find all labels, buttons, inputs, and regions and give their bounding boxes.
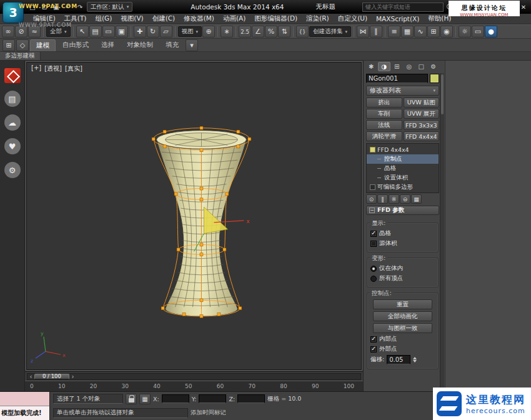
command-panel-scrollbar[interactable] [440,73,444,391]
spinner-snap-icon[interactable]: ⇅ [278,26,290,38]
ribbon-tool-b-icon[interactable]: ◇ [16,39,29,51]
all-vertices-radio[interactable] [370,276,377,282]
viewport-canvas[interactable]: x x y z [27,62,361,369]
select-and-move-icon[interactable]: ✚ [134,26,146,38]
inside-points-checkbox[interactable] [370,336,377,342]
lightbulb-icon[interactable] [370,147,375,152]
align-icon[interactable]: ∥ [370,26,382,38]
heart-icon[interactable]: ♥ [4,138,21,154]
window-crossing-icon[interactable]: ▣ [116,26,128,38]
lock-selection-icon[interactable] [126,394,137,404]
viewport-menu-pov[interactable]: [透视] [44,64,62,73]
menu-animation[interactable]: 动画(A) [219,14,250,23]
reference-coordinate-dropdown[interactable]: 视图 ▾ [178,26,202,37]
menu-modifiers[interactable]: 修改器(M) [179,14,219,23]
search-input[interactable] [362,2,444,12]
use-pivot-center-icon[interactable]: ⊕ [202,26,215,38]
tab-display-icon[interactable]: □ [415,62,427,71]
tab-utilities-icon[interactable]: ⚙ [428,62,440,71]
time-slider-track[interactable]: ‹ 0 / 100 › [27,373,361,380]
only-in-volume-radio[interactable] [370,266,377,272]
selection-region-icon[interactable]: ▭ [102,26,115,38]
tab-motion-icon[interactable]: ◎ [404,62,415,71]
turbosmooth-button[interactable]: 涡轮平滑 [366,131,402,141]
modifier-list-dropdown[interactable]: 修改器列表 ▾ [366,86,439,96]
show-end-result-icon[interactable]: ‖ [377,194,388,204]
tab-hierarchy-icon[interactable]: ⊞ [391,62,403,71]
menu-rendering[interactable]: 渲染(R) [302,14,334,23]
stack-item-ffd4x4x4[interactable]: FFD 4x4x4 [367,145,439,154]
document-icon[interactable]: ▤ [4,91,21,107]
viewport-menu-shading[interactable]: [真实] [65,64,82,73]
tab-modify-icon[interactable]: ◑ [378,62,391,71]
listener-output-line[interactable]: 模型加载完成! [0,406,49,420]
offset-field[interactable] [387,355,410,364]
select-object-icon[interactable]: ↖ [76,26,89,38]
select-and-rotate-icon[interactable]: ↻ [147,26,159,38]
lathe-button[interactable]: 车削 [366,109,402,119]
viewport-menu-general[interactable]: [+] [31,64,41,73]
percent-snap-icon[interactable]: % [265,26,277,38]
tab-populate[interactable]: 填充 [160,39,184,51]
conform-to-shape-button[interactable]: 与图框一致 [373,323,432,333]
track-bar[interactable]: 0 10 20 30 40 50 60 70 80 90 100 [25,381,363,391]
source-volume-checkbox[interactable] [370,241,377,247]
render-production-icon[interactable]: ● [485,26,497,38]
tab-freeform[interactable]: 自由形式 [57,39,94,51]
workspace-dropdown[interactable]: 工作区: 默认 ▾ [87,2,132,12]
ribbon-tool-a-icon[interactable]: ⊞ [2,39,15,51]
normal-button[interactable]: 法线 [366,120,402,130]
angle-snap-icon[interactable]: ∠ [252,26,264,38]
time-slider-handle[interactable]: 0 / 100 [34,374,69,379]
stack-item-set-volume[interactable]: 设置体积 [367,173,439,182]
cloud-icon[interactable]: ☁ [4,114,21,131]
stack-item-editable-poly[interactable]: 可编辑多边形 [367,182,439,192]
menu-views[interactable]: 视图(V) [116,14,147,23]
menu-customize[interactable]: 自定义(U) [334,14,372,23]
pin-stack-icon[interactable]: ⊙ [366,194,377,204]
extrude-button[interactable]: 挤出 [366,98,402,108]
scrollbar-thumb[interactable] [441,74,444,114]
render-setup-icon[interactable]: ☼ [459,26,471,38]
make-unique-icon[interactable]: ※ [389,194,399,204]
lattice-checkbox[interactable] [370,231,377,237]
close-button[interactable]: ✕ [519,2,529,12]
ribbon-toggle-icon[interactable]: ▦ [401,26,414,38]
schematic-view-icon[interactable]: ⊞ [427,26,440,38]
select-and-link-icon[interactable]: ∞ [2,26,14,38]
ffd-4x4x4-button[interactable]: FFD 4x4x4 [404,131,440,141]
menu-create[interactable]: 创建(C) [148,14,180,23]
listener-macro-line[interactable] [0,392,49,406]
tab-object-paint[interactable]: 对象绘制 [121,39,159,51]
y-coordinate-field[interactable] [199,394,226,403]
remove-modifier-icon[interactable]: ⊖ [400,194,410,204]
maxscript-mini-listener[interactable]: 模型加载完成! [0,392,50,420]
object-color-swatch[interactable] [430,74,439,83]
ffd-parameters-rollout-header[interactable]: − FFD 参数 [366,206,439,215]
curve-editor-icon[interactable]: ∿ [414,26,427,38]
layer-manager-icon[interactable]: ≡ [388,26,400,38]
x-coordinate-field[interactable] [162,394,189,403]
mirror-icon[interactable]: ⋈ [357,26,369,38]
menu-maxscript[interactable]: MAXScript(X) [372,15,424,22]
named-sets-dropdown[interactable]: 创建选择集 ▾ [309,26,351,37]
animate-all-button[interactable]: 全部动画化 [373,311,432,321]
next-frame-icon[interactable]: › [70,374,76,379]
ribbon-minimize-icon[interactable]: ▾ [186,39,198,51]
z-coordinate-field[interactable] [237,394,265,403]
select-by-name-icon[interactable]: ▤ [89,26,102,38]
rendered-frame-icon[interactable]: ▭ [472,26,484,38]
perspective-viewport[interactable]: [+] [透视] [真实] [26,62,362,370]
outside-points-checkbox[interactable] [370,346,377,352]
polygon-modeling-panel[interactable]: 多边形建模 [0,52,41,60]
tab-create-icon[interactable]: ✱ [365,62,377,71]
unwrap-uvw-button[interactable]: UVW 展开 [404,109,440,119]
stack-item-control-points[interactable]: 控制点 [367,154,439,164]
configure-modifier-sets-icon[interactable]: ▦ [411,194,422,204]
reset-button[interactable]: 重置 [373,299,432,309]
add-time-tag[interactable]: 添加时间标记 [191,409,226,417]
material-editor-icon[interactable]: ◉ [440,26,453,38]
select-and-manipulate-icon[interactable]: ∗ [221,26,233,38]
offset-spinner[interactable] [413,357,417,362]
tab-modeling[interactable]: 建模 [30,39,56,51]
